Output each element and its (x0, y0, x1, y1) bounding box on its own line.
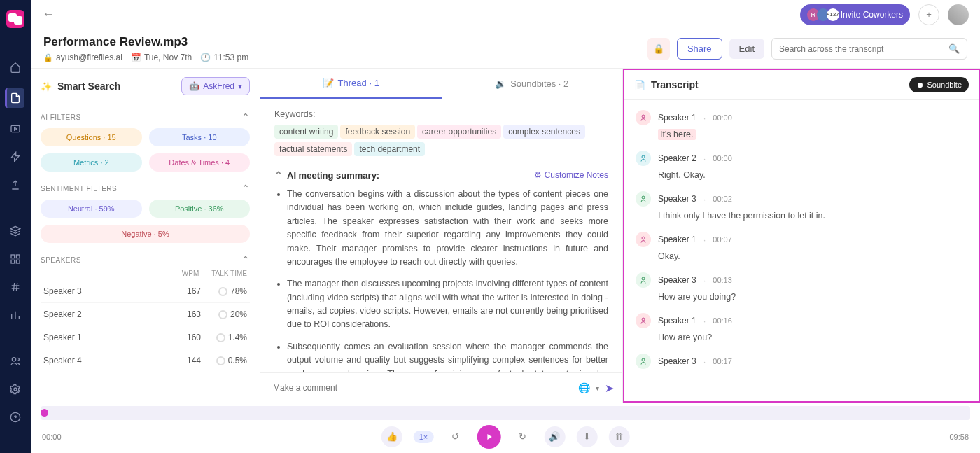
speaker-wpm: 144 (170, 356, 201, 365)
visibility-icon[interactable]: 🌐 (578, 382, 590, 393)
home-icon[interactable] (8, 60, 22, 74)
collapse-ai-filters[interactable]: ⌃ (241, 111, 251, 123)
filter-neutral[interactable]: Neutral · 59% (41, 200, 142, 218)
progress-bar[interactable] (41, 406, 970, 420)
turn-timestamp: 00:00 (713, 154, 732, 162)
volume-button[interactable]: 🔊 (544, 426, 565, 447)
settings-icon[interactable] (8, 382, 22, 396)
speaker-row[interactable]: Speaker 216320% (41, 303, 250, 326)
speed-button[interactable]: 1× (414, 431, 434, 443)
svg-point-9 (642, 155, 645, 158)
edit-button[interactable]: Edit (729, 39, 764, 59)
pie-icon (218, 310, 227, 319)
video-icon[interactable] (8, 122, 22, 136)
document-icon[interactable] (5, 88, 24, 108)
grid-icon[interactable] (8, 252, 22, 266)
filter-metrics[interactable]: Metrics · 2 (41, 153, 142, 172)
hash-icon[interactable] (8, 280, 22, 294)
search-input[interactable] (779, 44, 948, 54)
col-wpm: WPM (182, 270, 199, 277)
svg-point-8 (642, 115, 645, 118)
collapse-speakers[interactable]: ⌃ (241, 254, 251, 265)
summary-bullets: The conversation begins with a discussio… (274, 188, 608, 372)
svg-rect-1 (11, 255, 15, 258)
thread-icon: 📝 (323, 78, 334, 88)
filter-tasks[interactable]: Tasks · 10 (149, 128, 251, 146)
upload-icon[interactable] (8, 178, 22, 192)
transcript-title: Transcript (651, 79, 699, 90)
comment-box: 🌐 ▾ ➤ (260, 372, 622, 403)
playhead[interactable] (41, 409, 48, 417)
comment-input[interactable] (269, 379, 573, 397)
customize-notes-button[interactable]: ⚙Customize Notes (534, 170, 608, 180)
turn-speaker: Speaker 1 (658, 316, 696, 326)
profile-avatar[interactable] (948, 4, 969, 25)
turn-text: How are you? (658, 333, 967, 342)
speaker-row[interactable]: Speaker 11601.4% (41, 326, 250, 349)
smart-search-panel: ✨ Smart Search 🤖AskFred▾ AI FILTERS⌃ Que… (31, 69, 260, 403)
thread-panel: 📝Thread · 1 🔉Soundbites · 2 Keywords: co… (260, 69, 623, 403)
logo-icon[interactable] (6, 10, 24, 28)
search-icon: 🔍 (948, 43, 960, 54)
transcript-turn[interactable]: Speaker 3·00:02I think only I have the p… (636, 186, 967, 226)
delete-button[interactable]: 🗑 (608, 426, 629, 447)
transcript-turn[interactable]: Speaker 2·00:00Right. Okay. (636, 145, 967, 186)
sentiment-heading: SENTIMENT FILTERS (41, 185, 117, 193)
askfred-button[interactable]: 🤖AskFred▾ (181, 77, 250, 95)
transcript-turn[interactable]: Speaker 3·00:13How are you doing? (636, 267, 967, 307)
download-button[interactable]: ⬇ (576, 426, 597, 447)
forward-10-button[interactable]: ↻ (512, 426, 533, 447)
turn-speaker: Speaker 3 (658, 194, 696, 204)
tab-thread[interactable]: 📝Thread · 1 (260, 69, 442, 99)
team-icon[interactable] (8, 354, 22, 368)
collapse-sentiment[interactable]: ⌃ (241, 183, 251, 194)
filter-negative[interactable]: Negative · 5% (41, 225, 250, 243)
turn-timestamp: 00:16 (713, 316, 732, 325)
rewind-10-button[interactable]: ↺ (444, 426, 465, 447)
keyword-tag[interactable]: content writing (274, 125, 338, 139)
filter-questions[interactable]: Questions · 15 (41, 128, 142, 146)
keyword-tag[interactable]: feedback session (340, 125, 415, 139)
transcript-search[interactable]: 🔍 (771, 38, 967, 60)
speaker-talktime: 0.5% (201, 356, 247, 365)
clock-icon: 🕐 (200, 53, 211, 62)
filter-positive[interactable]: Positive · 36% (149, 200, 251, 218)
invite-coworkers-button[interactable]: R +137 Invite Coworkers (800, 4, 910, 25)
share-button[interactable]: Share (677, 38, 722, 60)
transcript-turn[interactable]: Speaker 1·00:00It's here. (636, 104, 967, 145)
layers-icon[interactable] (8, 224, 22, 238)
transcript-turn[interactable]: Speaker 1·00:16How are you? (636, 307, 967, 348)
keywords-label: Keywords: (274, 109, 608, 119)
keyword-tag[interactable]: factual statements (274, 142, 352, 156)
speakers-heading: SPEAKERS (41, 256, 81, 264)
thumbs-up-button[interactable]: 👍 (382, 426, 402, 447)
transcript-turn[interactable]: Speaker 1·00:07Okay. (636, 226, 967, 267)
summary-item: The manager then discusses upcoming proj… (287, 277, 608, 332)
turn-timestamp: 00:00 (713, 113, 732, 122)
tab-soundbites[interactable]: 🔉Soundbites · 2 (442, 69, 623, 99)
collapse-summary[interactable]: ⌃ (274, 169, 283, 181)
transcript-turn[interactable]: Speaker 3·00:17 (636, 348, 967, 379)
speaker-row[interactable]: Speaker 41440.5% (41, 349, 250, 372)
speaker-avatar-icon (636, 191, 651, 207)
back-arrow-icon[interactable]: ← (42, 7, 55, 22)
speaker-name: Speaker 1 (43, 333, 170, 342)
record-icon: ⏺ (916, 81, 924, 89)
play-button[interactable] (477, 425, 500, 449)
filter-dates[interactable]: Dates & Times · 4 (149, 153, 251, 172)
create-soundbite-button[interactable]: ⏺Soundbite (909, 77, 969, 92)
lock-icon: 🔒 (43, 53, 53, 62)
keyword-tag[interactable]: career opportunities (417, 125, 501, 139)
speaker-row[interactable]: Speaker 316778% (41, 280, 250, 303)
keyword-tag[interactable]: complex sentences (503, 125, 585, 139)
speaker-talktime: 1.4% (201, 333, 247, 342)
meeting-title: Performance Review.mp3 (43, 35, 248, 49)
send-icon[interactable]: ➤ (605, 382, 614, 395)
analytics-icon[interactable] (8, 308, 22, 322)
privacy-lock-icon[interactable]: 🔒 (648, 38, 670, 60)
chevron-down-icon[interactable]: ▾ (596, 384, 599, 392)
keyword-tag[interactable]: tech department (354, 142, 425, 156)
add-button[interactable]: + (918, 4, 939, 25)
help-icon[interactable] (8, 410, 22, 424)
bolt-icon[interactable] (8, 150, 22, 164)
